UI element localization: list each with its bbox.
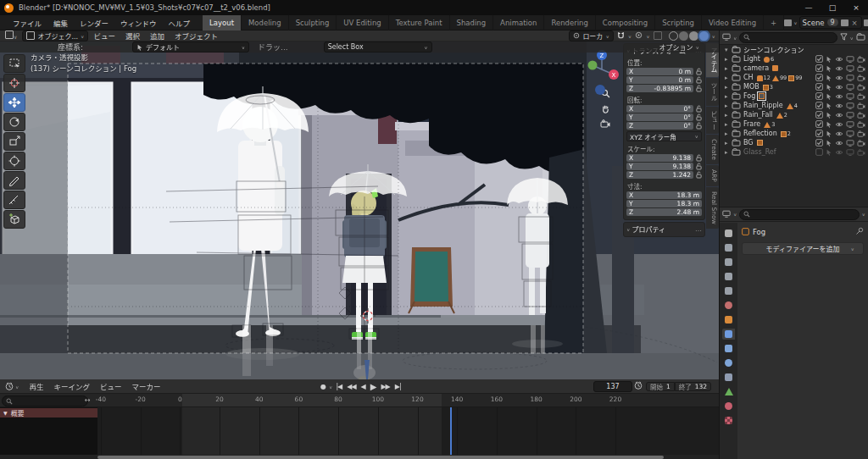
texture-properties-tab[interactable] — [722, 415, 735, 426]
transform-field-Y[interactable]: Y9.138 — [626, 163, 693, 170]
disable-viewport-icon[interactable] — [846, 112, 854, 119]
transform-field-Z[interactable]: Z-0.83895 m — [626, 85, 693, 92]
selectable-icon[interactable] — [826, 93, 832, 100]
selectable-icon[interactable] — [826, 75, 832, 81]
scene-icon[interactable] — [784, 19, 792, 26]
annotate-tool-button[interactable] — [3, 171, 25, 190]
disable-render-icon[interactable] — [857, 140, 865, 147]
material-properties-tab[interactable] — [722, 401, 735, 412]
select-box-dropdown[interactable]: Select Box∨ — [324, 41, 432, 53]
sidebar-tab-ARP[interactable]: ARP — [706, 165, 719, 186]
exclude-checkbox[interactable] — [815, 102, 823, 109]
sidebar-tab-ビュー[interactable]: ビュー — [706, 107, 719, 135]
measure-tool-button[interactable] — [3, 191, 25, 209]
properties-subpanel[interactable]: ∨プロパティ… — [623, 222, 705, 237]
cursor-tool-button[interactable] — [3, 74, 25, 92]
workspace-tab-Shading[interactable]: Shading — [450, 15, 494, 30]
selectable-icon[interactable] — [826, 65, 832, 72]
lock-icon[interactable] — [695, 113, 702, 121]
expand-arrow-icon[interactable]: ▸ — [725, 130, 732, 137]
outliner-item-row[interactable]: ▸ Light 6 — [720, 54, 868, 64]
render-properties-tab[interactable] — [722, 242, 735, 253]
menu-編集[interactable]: 編集 — [47, 15, 74, 30]
transform-field-Y[interactable]: Y0° — [626, 113, 693, 121]
exclude-checkbox[interactable] — [815, 120, 823, 128]
pan-hand-icon[interactable] — [598, 102, 612, 115]
selectable-icon[interactable] — [826, 56, 832, 63]
minimize-button[interactable]: — — [797, 0, 821, 15]
outliner-item-row[interactable]: ▸ Rain_Fall 2 — [720, 110, 868, 119]
selectable-icon[interactable] — [826, 121, 832, 128]
mode-dropdown[interactable]: オブジェク...∨ — [22, 30, 88, 41]
menu-ファイル[interactable]: ファイル — [7, 15, 47, 30]
timeline-menu-再生[interactable]: 再生 — [24, 381, 48, 391]
timeline-menu-ビュー[interactable]: ビュー — [95, 381, 127, 391]
unlink-scene-icon[interactable]: × — [851, 19, 859, 27]
outliner-item-row[interactable]: ▸ BG — [720, 138, 868, 147]
hide-eye-icon[interactable] — [835, 112, 843, 119]
workspace-tab-UV Editing[interactable]: UV Editing — [337, 15, 388, 30]
scale-tool-button[interactable] — [3, 132, 25, 151]
new-scene-icon[interactable] — [841, 19, 849, 26]
transform-field-Z[interactable]: Z1.242 — [626, 171, 693, 179]
transform-field-X[interactable]: X0 m — [626, 68, 693, 75]
selectable-icon[interactable] — [826, 140, 832, 147]
snap-magnet-icon[interactable] — [617, 31, 625, 41]
workspace-tab-Compositing[interactable]: Compositing — [596, 15, 655, 30]
pin-icon[interactable] — [855, 227, 864, 237]
disable-render-icon[interactable] — [857, 102, 865, 109]
lock-icon[interactable] — [695, 85, 702, 92]
viewport-menu-選択[interactable]: 選択 — [120, 30, 145, 41]
transform-tool-button[interactable] — [3, 152, 25, 170]
chevron-down-icon[interactable]: ∨ — [862, 212, 865, 217]
constraints-properties-tab[interactable] — [722, 372, 735, 383]
jump-to-end-button[interactable]: ▶| — [393, 383, 403, 390]
outliner-item-row[interactable]: ▸ MOB 3 — [720, 82, 868, 91]
disable-viewport-icon[interactable] — [846, 65, 854, 72]
disable-viewport-icon[interactable] — [846, 149, 854, 156]
sidebar-tab-Create[interactable]: Create — [706, 135, 719, 164]
maximize-button[interactable]: □ — [821, 0, 844, 15]
expand-arrow-icon[interactable]: ▸ — [725, 84, 732, 91]
material-shading-icon[interactable] — [689, 31, 698, 41]
3d-viewport[interactable]: ∨ オブジェク...∨ ビュー選択追加オブジェクト ローカ∨ ∨ ∨ ∨ 座標系… — [0, 30, 719, 379]
data-properties-tab[interactable] — [722, 386, 735, 397]
play-reverse-button[interactable]: ◀ — [359, 383, 367, 390]
move-tool-button[interactable] — [3, 93, 25, 112]
output-properties-tab[interactable] — [722, 257, 735, 268]
exclude-checkbox[interactable] — [815, 83, 823, 91]
display-mode-icon[interactable] — [722, 33, 731, 42]
outliner-item-row[interactable]: ▸ Glass_Ref — [720, 147, 868, 157]
transform-field-Y[interactable]: Y0 m — [626, 76, 693, 84]
workspace-tab-Texture Paint[interactable]: Texture Paint — [389, 15, 450, 30]
workspace-tab-Video Editing[interactable]: Video Editing — [702, 15, 764, 30]
disable-viewport-icon[interactable] — [846, 75, 854, 81]
disable-render-icon[interactable] — [857, 149, 865, 156]
workspace-tab-Rendering[interactable]: Rendering — [544, 15, 595, 30]
timeline-ruler[interactable]: ↔ -40-20020406080100120140160180200220 — [0, 394, 719, 407]
properties-search[interactable] — [739, 209, 859, 220]
add-cube-tool-button[interactable] — [3, 210, 25, 229]
expand-arrow-icon[interactable]: ▸ — [725, 140, 732, 147]
tool-properties-tab[interactable] — [722, 228, 735, 239]
jump-to-start-button[interactable]: |◀ — [334, 383, 343, 390]
selectable-icon[interactable] — [826, 112, 832, 119]
disable-viewport-icon[interactable] — [846, 84, 854, 91]
object-properties-tab[interactable] — [722, 314, 735, 325]
expand-arrow-icon[interactable]: ▸ — [725, 121, 732, 128]
orientation-dropdown[interactable]: ローカ∨ — [569, 30, 613, 41]
outliner-item-row[interactable]: ▸ Rain_Ripple 4 — [720, 101, 868, 110]
timeline-scrollbar[interactable] — [0, 455, 719, 459]
add-modifier-button[interactable]: モディファイアーを追加 ∨ — [742, 242, 864, 255]
workspace-tab-+[interactable]: + — [764, 15, 784, 30]
outliner-item-row[interactable]: ▸ Reflection 2 — [720, 129, 868, 138]
sidebar-tab-Real Snow[interactable]: Real Snow — [706, 187, 719, 229]
transform-field-X[interactable]: X9.138 — [626, 154, 693, 162]
scene-selector[interactable]: Scene 9 × — [799, 16, 862, 29]
previous-keyframe-button[interactable]: ◀◀ — [345, 383, 357, 390]
disable-viewport-icon[interactable] — [846, 56, 854, 63]
workspace-tab-Scripting[interactable]: Scripting — [655, 15, 702, 30]
proportional-edit-icon[interactable] — [635, 31, 643, 41]
selectable-icon[interactable] — [826, 102, 832, 109]
timeline-editor-type-button[interactable]: ∨ — [0, 382, 24, 390]
